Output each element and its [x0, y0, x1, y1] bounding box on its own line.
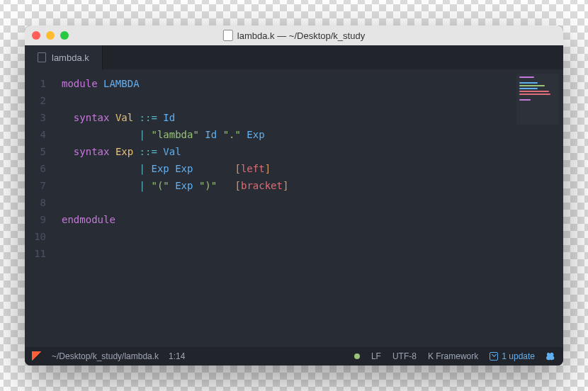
editor-window: lambda.k — ~/Desktop/k_study lambda.k 12…: [25, 26, 563, 366]
cursor-position[interactable]: 1:14: [169, 351, 185, 361]
code-area[interactable]: module LAMBDA syntax Val ::= Id | "lambd…: [56, 69, 563, 347]
update-label: 1 update: [502, 351, 535, 361]
line-ending[interactable]: LF: [371, 351, 381, 361]
line-number: 2: [25, 92, 56, 109]
titlebar[interactable]: lambda.k — ~/Desktop/k_study: [25, 26, 563, 45]
code-line: endmodule: [62, 211, 563, 228]
line-number: 7: [25, 177, 56, 194]
minimize-button[interactable]: [46, 31, 55, 40]
minimap[interactable]: [516, 74, 559, 125]
line-number: 8: [25, 194, 56, 211]
statusbar-right: LF UTF-8 K Framework 1 update: [354, 351, 556, 361]
window-title: lambda.k — ~/Desktop/k_study: [223, 30, 365, 41]
code-line: [62, 228, 563, 245]
editor: 1234567891011 module LAMBDA syntax Val :…: [25, 69, 563, 347]
line-number: 10: [25, 228, 56, 245]
squirrel-icon[interactable]: [546, 351, 556, 361]
statusbar: ~/Desktop/k_study/lambda.k 1:14 LF UTF-8…: [25, 347, 563, 366]
line-number: 11: [25, 245, 56, 262]
tab-label: lambda.k: [52, 52, 89, 63]
line-number: 4: [25, 126, 56, 143]
line-number: 6: [25, 160, 56, 177]
tab-bar: lambda.k: [25, 45, 563, 69]
tab-lambda-k[interactable]: lambda.k: [25, 45, 103, 69]
code-line: | "lambda" Id "." Exp: [62, 126, 563, 143]
code-line: syntax Val ::= Id: [62, 109, 563, 126]
grammar[interactable]: K Framework: [428, 351, 478, 361]
line-number: 9: [25, 211, 56, 228]
file-icon: [38, 52, 46, 62]
code-line: [62, 194, 563, 211]
file-icon: [223, 30, 233, 41]
file-path[interactable]: ~/Desktop/k_study/lambda.k: [52, 351, 159, 361]
code-line: syntax Exp ::= Val: [62, 143, 563, 160]
code-line: | Exp Exp [left]: [62, 160, 563, 177]
line-gutter: 1234567891011: [25, 69, 56, 347]
package-icon: [490, 352, 498, 361]
update-indicator[interactable]: 1 update: [490, 351, 535, 361]
line-number: 1: [25, 75, 56, 92]
code-line: [62, 245, 563, 262]
statusbar-left: ~/Desktop/k_study/lambda.k 1:14: [32, 351, 185, 361]
status-dot-icon[interactable]: [354, 353, 360, 359]
project-swatch-icon[interactable]: [32, 351, 42, 361]
code-line: | "(" Exp ")" [bracket]: [62, 177, 563, 194]
code-line: [62, 92, 563, 109]
code-line: module LAMBDA: [62, 75, 563, 92]
encoding[interactable]: UTF-8: [392, 351, 417, 361]
close-button[interactable]: [32, 31, 40, 40]
window-title-text: lambda.k — ~/Desktop/k_study: [237, 30, 365, 41]
line-number: 3: [25, 109, 56, 126]
maximize-button[interactable]: [60, 31, 69, 40]
line-number: 5: [25, 143, 56, 160]
traffic-lights: [32, 31, 69, 40]
